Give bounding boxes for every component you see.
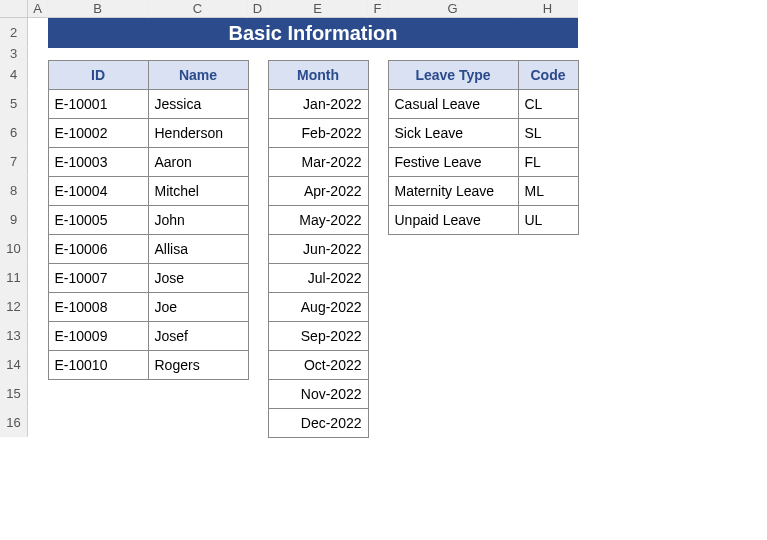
cell-code[interactable]: FL (518, 147, 579, 177)
cell-month[interactable]: Aug-2022 (268, 292, 369, 322)
cell-name[interactable]: Mitchel (148, 176, 249, 206)
cell-month[interactable]: Jan-2022 (268, 89, 369, 119)
cell-leave-type[interactable]: Unpaid Leave (388, 205, 519, 235)
cell-code[interactable]: SL (518, 118, 579, 148)
cell-name[interactable]: Jose (148, 263, 249, 293)
row-3[interactable]: 3 (0, 48, 28, 60)
row-8[interactable]: 8 (0, 176, 28, 205)
th-code[interactable]: Code (518, 60, 579, 90)
cell-id[interactable]: E-10009 (48, 321, 149, 351)
row-7[interactable]: 7 (0, 147, 28, 176)
col-G[interactable]: G (388, 0, 518, 18)
row-9[interactable]: 9 (0, 205, 28, 234)
col-C[interactable]: C (148, 0, 248, 18)
cell-month[interactable]: Feb-2022 (268, 118, 369, 148)
row-12[interactable]: 12 (0, 292, 28, 321)
corner[interactable] (0, 0, 28, 18)
cell-month[interactable]: May-2022 (268, 205, 369, 235)
col-E[interactable]: E (268, 0, 368, 18)
cell-id[interactable]: E-10005 (48, 205, 149, 235)
cell-month[interactable]: Mar-2022 (268, 147, 369, 177)
row-2[interactable]: 2 (0, 18, 28, 48)
cell-leave-type[interactable]: Festive Leave (388, 147, 519, 177)
row-5[interactable]: 5 (0, 89, 28, 118)
cell-id[interactable]: E-10006 (48, 234, 149, 264)
cell-id[interactable]: E-10001 (48, 89, 149, 119)
cell-leave-type[interactable]: Maternity Leave (388, 176, 519, 206)
cell-name[interactable]: Allisa (148, 234, 249, 264)
row-11[interactable]: 11 (0, 263, 28, 292)
th-id[interactable]: ID (48, 60, 149, 90)
page-title[interactable]: Basic Information (48, 18, 578, 48)
cell-name[interactable]: John (148, 205, 249, 235)
cell-code[interactable]: UL (518, 205, 579, 235)
cell-id[interactable]: E-10008 (48, 292, 149, 322)
cell-id[interactable]: E-10002 (48, 118, 149, 148)
cell-name[interactable]: Henderson (148, 118, 249, 148)
cell-id[interactable]: E-10004 (48, 176, 149, 206)
cell-month[interactable]: Jun-2022 (268, 234, 369, 264)
th-leave-type[interactable]: Leave Type (388, 60, 519, 90)
col-A[interactable]: A (28, 0, 48, 18)
row-15[interactable]: 15 (0, 379, 28, 408)
cell-month[interactable]: Nov-2022 (268, 379, 369, 409)
row-13[interactable]: 13 (0, 321, 28, 350)
cell-name[interactable]: Joe (148, 292, 249, 322)
cell-leave-type[interactable]: Casual Leave (388, 89, 519, 119)
cell-code[interactable]: CL (518, 89, 579, 119)
cell-month[interactable]: Apr-2022 (268, 176, 369, 206)
cell-name[interactable]: Josef (148, 321, 249, 351)
row-10[interactable]: 10 (0, 234, 28, 263)
cell-id[interactable]: E-10003 (48, 147, 149, 177)
cell-id[interactable]: E-10010 (48, 350, 149, 380)
cell-name[interactable]: Rogers (148, 350, 249, 380)
cell-month[interactable]: Oct-2022 (268, 350, 369, 380)
row-4[interactable]: 4 (0, 60, 28, 89)
cell-name[interactable]: Aaron (148, 147, 249, 177)
row-16[interactable]: 16 (0, 408, 28, 437)
col-H[interactable]: H (518, 0, 578, 18)
row-6[interactable]: 6 (0, 118, 28, 147)
th-month[interactable]: Month (268, 60, 369, 90)
spreadsheet: A B C D E F G H 2 3 4 5 6 7 8 9 10 11 12… (0, 0, 767, 540)
cell-id[interactable]: E-10007 (48, 263, 149, 293)
col-B[interactable]: B (48, 0, 148, 18)
cell-leave-type[interactable]: Sick Leave (388, 118, 519, 148)
cell-month[interactable]: Sep-2022 (268, 321, 369, 351)
cell-name[interactable]: Jessica (148, 89, 249, 119)
th-name[interactable]: Name (148, 60, 249, 90)
cell-code[interactable]: ML (518, 176, 579, 206)
cell-month[interactable]: Jul-2022 (268, 263, 369, 293)
col-D[interactable]: D (248, 0, 268, 18)
col-F[interactable]: F (368, 0, 388, 18)
row-14[interactable]: 14 (0, 350, 28, 379)
cell-month[interactable]: Dec-2022 (268, 408, 369, 438)
